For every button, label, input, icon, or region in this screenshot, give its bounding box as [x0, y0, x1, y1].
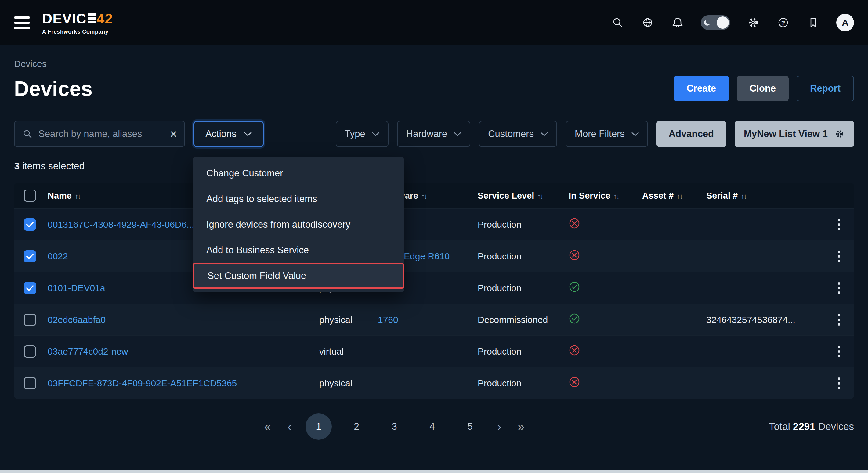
selection-text: items selected [20, 160, 85, 171]
kebab-menu-icon[interactable] [836, 249, 842, 264]
kebab-menu-icon[interactable] [836, 344, 842, 359]
column-header-serial[interactable]: Serial #↑↓ [706, 191, 830, 201]
row-checkbox-cell [14, 377, 48, 389]
sort-icon[interactable]: ↑↓ [537, 192, 542, 200]
user-avatar[interactable]: A [836, 14, 854, 31]
row-checkbox-cell [14, 282, 48, 294]
device-type-cell: virtual [319, 346, 378, 357]
list-view-label: MyNew List View 1 [744, 128, 828, 139]
page-button-5[interactable]: 5 [457, 413, 483, 440]
chevron-down-icon [454, 132, 461, 136]
row-checkbox-cell [14, 314, 48, 326]
logo-42: 42 [97, 10, 113, 27]
list-view-button[interactable]: MyNew List View 1 [735, 121, 854, 147]
page-button-4[interactable]: 4 [419, 413, 445, 440]
device-name-link[interactable]: 0101-DEV01a [48, 283, 105, 293]
pagination-prev[interactable]: ‹ [285, 420, 294, 434]
devices-table: Name↑↓Type↑↓Hardware↑↓Service Level↑↓In … [14, 183, 854, 399]
menu-item-set-custom-field-value[interactable]: Set Custom Field Value [193, 263, 404, 289]
filter-customers[interactable]: Customers [479, 121, 557, 147]
row-checkbox[interactable] [24, 250, 36, 262]
notifications-bell-icon[interactable] [671, 16, 684, 29]
device-name-link[interactable]: 0022 [48, 251, 68, 261]
table-row: 0013167C-4308-4929-AF43-06D6...Productio… [14, 209, 854, 240]
device-search-box: × [14, 121, 185, 147]
device-name-link[interactable]: 03ae7774c0d2-new [48, 346, 128, 356]
search-input[interactable] [38, 128, 164, 139]
filter-hardware[interactable]: Hardware [397, 121, 470, 147]
row-actions-cell [830, 217, 854, 232]
column-header-service-level[interactable]: Service Level↑↓ [478, 191, 568, 201]
create-button[interactable]: Create [674, 76, 729, 101]
row-checkbox[interactable] [24, 219, 36, 231]
total-count: 2291 [793, 421, 815, 432]
sort-icon[interactable]: ↑↓ [614, 192, 619, 200]
row-checkbox[interactable] [24, 377, 36, 389]
pagination-next[interactable]: › [495, 420, 504, 434]
menu-item-add-to-business-service[interactable]: Add to Business Service [193, 238, 404, 263]
column-header-in-service[interactable]: In Service↑↓ [568, 191, 642, 201]
page-button-1[interactable]: 1 [306, 413, 332, 440]
hamburger-menu-icon[interactable] [14, 17, 30, 29]
sort-icon[interactable]: ↑↓ [75, 192, 80, 200]
dark-mode-toggle[interactable] [701, 15, 730, 30]
serial-number-cell: 3246432574536874... [706, 315, 830, 325]
device42-logo[interactable]: DEVIC 42 A Freshworks Company [42, 10, 113, 35]
service-level-cell: Production [478, 378, 568, 388]
service-level-cell: Production [478, 346, 568, 357]
globe-icon[interactable] [641, 16, 654, 29]
menu-item-ignore-devices-from-autodiscovery[interactable]: Ignore devices from autodiscovery [193, 212, 404, 238]
sort-icon[interactable]: ↑↓ [421, 192, 427, 200]
kebab-menu-icon[interactable] [836, 280, 842, 296]
device-name-link[interactable]: 03FFCDFE-873D-4F09-902E-A51EF1CD5365 [48, 378, 237, 388]
search-icon [22, 128, 33, 139]
row-checkbox[interactable] [24, 345, 36, 358]
page-button-3[interactable]: 3 [381, 413, 407, 440]
check-circle-icon [568, 281, 580, 293]
row-checkbox[interactable] [24, 314, 36, 326]
device-name-cell: 03FFCDFE-873D-4F09-902E-A51EF1CD5365 [48, 378, 319, 388]
x-circle-icon [568, 376, 580, 388]
select-all-checkbox[interactable] [24, 190, 36, 202]
bottom-edge [0, 470, 868, 473]
search-icon[interactable] [611, 16, 624, 29]
logo-e-icon [88, 13, 96, 24]
kebab-menu-icon[interactable] [836, 217, 842, 232]
kebab-menu-icon[interactable] [836, 312, 842, 327]
clone-button[interactable]: Clone [737, 76, 789, 101]
toggle-knob [717, 17, 729, 29]
filter-more-filters[interactable]: More Filters [565, 121, 648, 147]
help-icon[interactable]: ? [776, 16, 790, 29]
device-name-link[interactable]: 02edc6aabfa0 [48, 315, 105, 325]
advanced-filter-button[interactable]: Advanced [656, 121, 726, 147]
kebab-menu-icon[interactable] [836, 376, 842, 391]
menu-item-add-tags-to-selected-items[interactable]: Add tags to selected items [193, 186, 404, 212]
pagination-first[interactable]: « [261, 420, 273, 434]
chevron-down-icon [372, 132, 379, 136]
in-service-cell [568, 313, 642, 326]
logo-subtitle: A Freshworks Company [42, 29, 113, 35]
breadcrumb[interactable]: Devices [14, 59, 854, 69]
page-button-2[interactable]: 2 [343, 413, 370, 440]
check-circle-icon [568, 313, 580, 324]
settings-gear-icon[interactable] [747, 16, 760, 29]
report-button[interactable]: Report [797, 76, 854, 101]
sort-icon[interactable]: ↑↓ [741, 192, 746, 200]
actions-dropdown-button[interactable]: Actions [193, 121, 264, 147]
pagination-last[interactable]: » [515, 420, 527, 434]
column-header-asset[interactable]: Asset #↑↓ [642, 191, 706, 201]
hardware-link[interactable]: 1760 [378, 315, 398, 325]
filter-type[interactable]: Type [336, 121, 389, 147]
row-actions-cell [830, 249, 854, 264]
in-service-cell [568, 218, 642, 231]
device-name-cell: 03ae7774c0d2-new [48, 346, 319, 357]
menu-item-change-customer[interactable]: Change Customer [193, 160, 404, 186]
row-checkbox[interactable] [24, 282, 36, 294]
device-name-link[interactable]: 0013167C-4308-4929-AF43-06D6... [48, 219, 194, 229]
sort-icon[interactable]: ↑↓ [677, 192, 682, 200]
bookmark-icon[interactable] [806, 16, 820, 29]
service-level-cell: Production [478, 251, 568, 261]
in-service-cell [568, 249, 642, 263]
clear-search-icon[interactable]: × [170, 128, 177, 140]
row-checkbox-cell [14, 250, 48, 262]
